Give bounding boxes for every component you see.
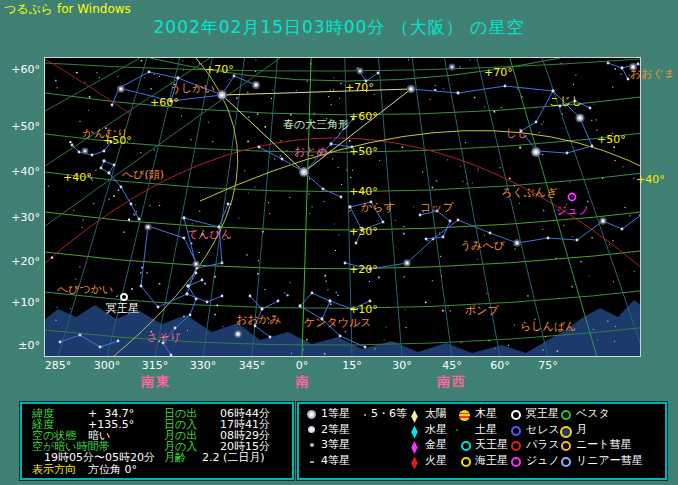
info-text: 19時05分〜05時20分 <box>44 452 155 463</box>
azimuth-label: 45° <box>442 359 462 372</box>
ceres-icon <box>511 426 521 436</box>
legend-label-mag-5-6: 5・6等 <box>371 408 407 420</box>
mag-2-icon <box>308 426 315 433</box>
mercury-icon <box>409 426 420 439</box>
object-label: ジュノ <box>556 205 590 216</box>
legend-label-vesta: ベスタ <box>576 408 610 420</box>
grid-label: +70° <box>484 67 513 78</box>
altitude-label: +10° <box>0 297 40 308</box>
neptune-icon <box>461 457 471 467</box>
venus-icon <box>409 441 420 454</box>
altitude-label: +60° <box>0 64 40 75</box>
grid-label: +10° <box>349 304 378 315</box>
mag-5-6-icon <box>364 414 366 416</box>
constellation-label: てんびん <box>187 229 232 240</box>
constellation-label: ポンプ <box>465 305 499 316</box>
grid-label: +50° <box>597 134 626 145</box>
azimuth-label: 0° <box>296 359 309 372</box>
info-text: 方位角 0° <box>88 464 137 475</box>
constellation-label: へびつかい <box>57 284 113 295</box>
jupiter-icon <box>459 410 470 421</box>
mag-3-icon <box>310 443 314 447</box>
grid-label: +50° <box>349 146 378 157</box>
legend-label-pallas: パラス <box>526 439 560 451</box>
legend-label-mag-1: 1等星 <box>321 408 350 420</box>
grid-label: +70° <box>205 64 234 75</box>
vesta-icon <box>561 410 571 420</box>
constellation-label: へび(頭) <box>122 169 164 180</box>
pluto-icon <box>511 410 521 420</box>
sun-icon <box>409 410 420 423</box>
legend-label-mercury: 水星 <box>425 424 447 436</box>
app-name: つるぷら for Windows <box>4 2 131 16</box>
object-label: 冥王星 <box>106 303 139 314</box>
info-panel: 緯度+ 34.7°日の出06時44分経度+135.5°日の入17時41分空の状態… <box>20 402 294 480</box>
constellation-label: らしんばん <box>520 321 576 332</box>
legend-label-linear-comet: リニアー彗星 <box>576 455 643 467</box>
altitude-label: +20° <box>0 256 40 267</box>
azimuth-label: 60° <box>490 359 510 372</box>
legend-label-pluto: 冥王星 <box>526 408 559 420</box>
direction-label: 南 <box>296 373 311 391</box>
linear-comet-icon <box>561 457 571 467</box>
constellation-label: コップ <box>420 202 454 213</box>
legend-panel: 1等星5・6等太陽木星冥王星ベスタ2等星水星土星セレス月3等星金星天王星パラスニ… <box>297 402 667 480</box>
uranus-icon <box>461 441 471 451</box>
azimuth-label: 30° <box>392 359 412 372</box>
info-text: 月齢 <box>164 452 186 463</box>
grid-label: +40° <box>63 172 92 183</box>
neat-comet-icon <box>561 441 571 451</box>
moon-icon <box>560 426 572 438</box>
legend-label-jupiter: 木星 <box>475 408 497 420</box>
direction-label: 南西 <box>437 373 467 391</box>
constellation-label: こじし <box>549 96 583 107</box>
azimuth-label: 75° <box>538 359 558 372</box>
azimuth-label: 15° <box>342 359 362 372</box>
azimuth-label: 345° <box>239 359 266 372</box>
grid-label: +30° <box>349 226 378 237</box>
azimuth-label: 285° <box>45 359 72 372</box>
legend-label-uranus: 天王星 <box>475 439 508 451</box>
page-title: 2002年02月15日03時00分 （大阪） の星空 <box>0 16 678 39</box>
app-window: つるぷら for Windows 2002年02月15日03時00分 （大阪） … <box>0 0 678 485</box>
legend-label-neptune: 海王星 <box>475 455 508 467</box>
constellation-label: うみへび <box>460 240 505 251</box>
azimuth-label: 330° <box>190 359 217 372</box>
grid-label: +60° <box>349 111 378 122</box>
constellation-label: からす <box>361 202 395 213</box>
altitude-label: +40° <box>0 166 40 177</box>
legend-label-mag-3: 3等星 <box>321 439 350 451</box>
star-chart[interactable]: +70°+70°+70°+60°+60°+50°+50°+50°+40°+40°… <box>44 57 641 357</box>
altitude-label: +30° <box>0 212 40 223</box>
grid-label: +40° <box>636 174 665 185</box>
info-text: 表示方向 <box>32 464 76 475</box>
azimuth-label: 300° <box>94 359 121 372</box>
azimuth-label: 315° <box>142 359 169 372</box>
constellation-label: さそり <box>147 332 181 343</box>
juno-icon <box>511 457 521 467</box>
legend-label-juno: ジュノ <box>526 455 560 467</box>
constellation-label: おおぐま <box>630 68 675 79</box>
direction-label: 南東 <box>141 373 171 391</box>
legend-label-moon: 月 <box>576 424 587 436</box>
legend-label-venus: 金星 <box>425 439 447 451</box>
legend-label-mag-4: 4等星 <box>321 455 350 467</box>
constellation-label: かんむり <box>83 128 128 139</box>
altitude-label: ±0° <box>0 340 40 351</box>
legend-label-saturn: 土星 <box>475 424 497 436</box>
constellation-label: ろくぶんぎ <box>501 187 557 198</box>
constellation-label: おおかみ <box>236 314 281 325</box>
mag-1-icon <box>307 410 316 419</box>
legend-label-sun: 太陽 <box>425 408 447 420</box>
grid-label: +20° <box>349 264 378 275</box>
pallas-icon <box>511 441 521 451</box>
grid-label: +70° <box>345 82 374 93</box>
constellation-label: ケンタウルス <box>304 317 372 328</box>
constellation-label: 春の大三角形 <box>283 119 349 130</box>
legend-label-mag-2: 2等星 <box>321 424 350 436</box>
info-text: 2.2 (二日月) <box>202 452 265 463</box>
mars-icon <box>409 457 420 470</box>
constellation-label: うしかい <box>170 83 215 94</box>
altitude-label: +50° <box>0 121 40 132</box>
constellation-label: おとめ <box>294 146 328 157</box>
